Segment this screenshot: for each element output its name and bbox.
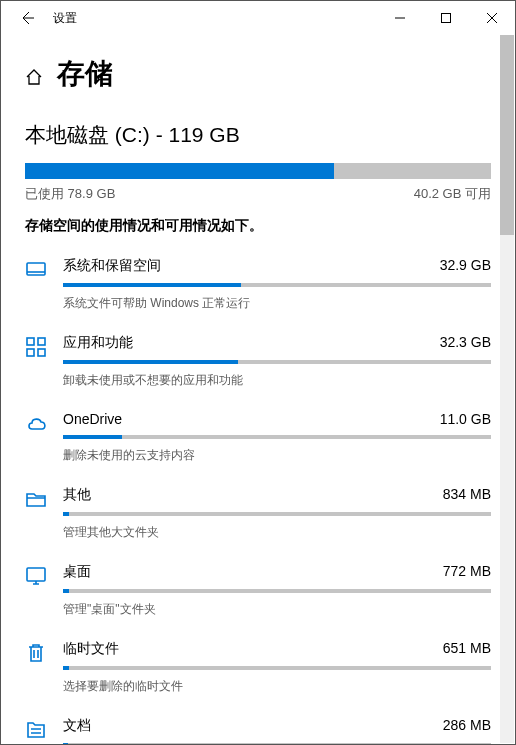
trash-icon [25, 640, 63, 695]
window-controls [377, 1, 515, 35]
minimize-button[interactable] [377, 1, 423, 35]
close-icon [487, 13, 497, 23]
disk-used-label: 已使用 78.9 GB [25, 185, 115, 203]
category-desc: 系统文件可帮助 Windows 正常运行 [63, 295, 491, 312]
cloud-icon [25, 411, 63, 464]
category-header: OneDrive11.0 GB [63, 411, 491, 427]
category-size: 32.3 GB [440, 334, 491, 352]
category-name: 文档 [63, 717, 91, 735]
category-desc: 选择要删除的临时文件 [63, 678, 491, 695]
category-header: 其他834 MB [63, 486, 491, 504]
category-name: 临时文件 [63, 640, 119, 658]
disk-usage-fill [25, 163, 334, 179]
category-desc: 管理其他大文件夹 [63, 524, 491, 541]
disk-usage-bar [25, 163, 491, 179]
back-button[interactable] [5, 1, 49, 35]
category-name: 其他 [63, 486, 91, 504]
category-bar-fill [63, 666, 69, 670]
disk-free-label: 40.2 GB 可用 [414, 185, 491, 203]
category-bar-fill [63, 435, 122, 439]
scrollbar-thumb[interactable] [500, 35, 514, 235]
page-title: 存储 [57, 55, 113, 93]
maximize-icon [441, 13, 451, 23]
category-bar-fill [63, 512, 69, 516]
category-header: 文档286 MB [63, 717, 491, 735]
category-body: 其他834 MB管理其他大文件夹 [63, 486, 491, 541]
category-bar [63, 666, 491, 670]
category-bar-fill [63, 589, 69, 593]
category-size: 11.0 GB [440, 411, 491, 427]
category-bar [63, 589, 491, 593]
vertical-scrollbar[interactable] [500, 35, 514, 743]
category-size: 772 MB [443, 563, 491, 581]
content-area: 存储 本地磁盘 (C:) - 119 GB 已使用 78.9 GB 40.2 G… [1, 35, 515, 745]
category-header: 临时文件651 MB [63, 640, 491, 658]
svg-rect-1 [27, 263, 45, 275]
disk-description: 存储空间的使用情况和可用情况如下。 [25, 217, 491, 235]
category-header: 桌面772 MB [63, 563, 491, 581]
storage-category-list: 系统和保留空间32.9 GB系统文件可帮助 Windows 正常运行应用和功能3… [25, 257, 491, 745]
category-size: 834 MB [443, 486, 491, 504]
category-bar [63, 360, 491, 364]
system-icon [25, 257, 63, 312]
category-bar-fill [63, 360, 238, 364]
category-body: 系统和保留空间32.9 GB系统文件可帮助 Windows 正常运行 [63, 257, 491, 312]
category-body: 桌面772 MB管理"桌面"文件夹 [63, 563, 491, 618]
svg-rect-2 [27, 338, 34, 345]
page-header: 存储 [25, 55, 491, 93]
disk-title: 本地磁盘 (C:) - 119 GB [25, 121, 491, 149]
storage-category[interactable]: 其他834 MB管理其他大文件夹 [25, 486, 491, 541]
svg-rect-5 [38, 349, 45, 356]
category-bar [63, 283, 491, 287]
category-size: 651 MB [443, 640, 491, 658]
storage-category[interactable]: 系统和保留空间32.9 GB系统文件可帮助 Windows 正常运行 [25, 257, 491, 312]
svg-rect-3 [38, 338, 45, 345]
category-desc: 管理"桌面"文件夹 [63, 601, 491, 618]
category-bar [63, 512, 491, 516]
storage-category[interactable]: 应用和功能32.3 GB卸载未使用或不想要的应用和功能 [25, 334, 491, 389]
category-header: 系统和保留空间32.9 GB [63, 257, 491, 275]
category-size: 286 MB [443, 717, 491, 735]
disk-stats: 已使用 78.9 GB 40.2 GB 可用 [25, 185, 491, 203]
title-bar: 设置 [1, 1, 515, 35]
category-body: 应用和功能32.3 GB卸载未使用或不想要的应用和功能 [63, 334, 491, 389]
category-body: 文档286 MB管理"文档"文件夹 [63, 717, 491, 745]
doc-icon [25, 717, 63, 745]
minimize-icon [395, 13, 405, 23]
category-header: 应用和功能32.3 GB [63, 334, 491, 352]
svg-rect-6 [27, 568, 45, 581]
apps-icon [25, 334, 63, 389]
home-icon[interactable] [25, 68, 43, 86]
category-name: 应用和功能 [63, 334, 133, 352]
category-bar [63, 435, 491, 439]
folder-icon [25, 486, 63, 541]
window-title: 设置 [53, 10, 77, 27]
svg-rect-4 [27, 349, 34, 356]
storage-category[interactable]: OneDrive11.0 GB删除未使用的云支持内容 [25, 411, 491, 464]
svg-rect-0 [442, 14, 451, 23]
category-desc: 卸载未使用或不想要的应用和功能 [63, 372, 491, 389]
category-desc: 删除未使用的云支持内容 [63, 447, 491, 464]
category-size: 32.9 GB [440, 257, 491, 275]
storage-category[interactable]: 临时文件651 MB选择要删除的临时文件 [25, 640, 491, 695]
arrow-left-icon [19, 10, 35, 26]
category-name: 系统和保留空间 [63, 257, 161, 275]
category-body: OneDrive11.0 GB删除未使用的云支持内容 [63, 411, 491, 464]
desktop-icon [25, 563, 63, 618]
maximize-button[interactable] [423, 1, 469, 35]
category-name: OneDrive [63, 411, 122, 427]
storage-category[interactable]: 文档286 MB管理"文档"文件夹 [25, 717, 491, 745]
category-body: 临时文件651 MB选择要删除的临时文件 [63, 640, 491, 695]
category-name: 桌面 [63, 563, 91, 581]
close-button[interactable] [469, 1, 515, 35]
category-bar-fill [63, 283, 241, 287]
storage-category[interactable]: 桌面772 MB管理"桌面"文件夹 [25, 563, 491, 618]
